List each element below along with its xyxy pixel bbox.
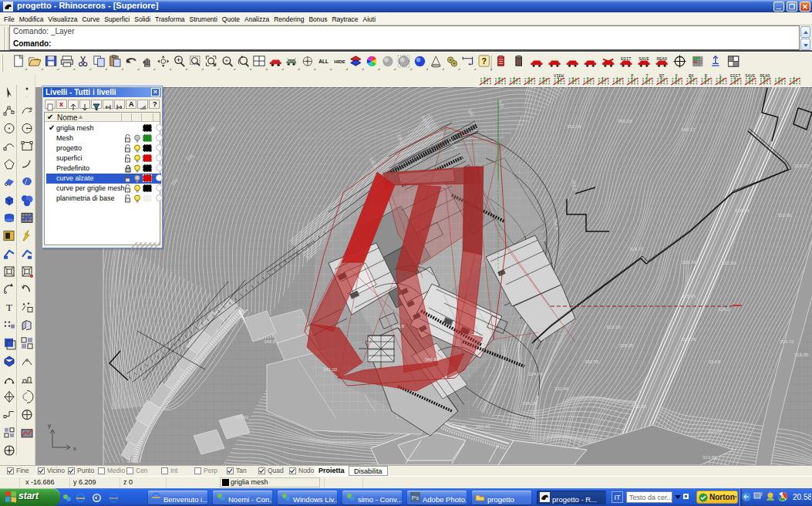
svg-text:.: . [26,93,28,98]
svg-text:349.18: 349.18 [618,119,632,123]
svg-text:SAVE: SAVE [638,56,649,62]
svg-text:330.55: 330.55 [585,359,599,364]
svg-text:326.94: 326.94 [735,208,750,213]
svg-text:ALL: ALL [318,59,329,64]
svg-text:313.68: 313.68 [702,455,717,460]
svg-text:346.35: 346.35 [367,357,382,362]
svg-text:READ: READ [656,56,667,62]
svg-text:322.85: 322.85 [632,404,647,409]
svg-text:324.74: 324.74 [528,372,543,376]
svg-text:P: P [631,74,633,79]
svg-text:341.02: 341.02 [323,367,338,372]
svg-text:322.99: 322.99 [722,261,736,265]
svg-text:346.17: 346.17 [681,127,696,132]
svg-text:EDIT: EDIT [621,56,632,62]
svg-text:318.05: 318.05 [794,353,809,357]
svg-text:325.41: 325.41 [682,294,696,299]
svg-text:329.18: 329.18 [606,325,621,329]
svg-text:T: T [645,74,649,79]
svg-text:332.46: 332.46 [554,386,569,391]
svg-text:328.14: 328.14 [682,260,696,265]
svg-text:READ: READ [760,74,770,79]
svg-text:346.88: 346.88 [425,357,440,362]
svg-text:L: L [719,74,722,79]
svg-text:y: y [48,422,51,429]
svg-text:SAVE: SAVE [745,74,756,79]
svg-text:BK: BK [689,74,694,79]
svg-text:328.26: 328.26 [619,343,634,348]
svg-text:?: ? [482,57,487,66]
svg-text:339.93: 339.93 [234,415,249,420]
svg-text:313.04: 313.04 [708,429,723,433]
svg-text:EDIT: EDIT [730,74,741,79]
svg-text:328.73: 328.73 [629,247,644,251]
svg-text:324.2: 324.2 [718,307,730,312]
svg-text:HIDE: HIDE [334,59,345,64]
svg-text:20.58: 20.58 [793,493,811,501]
svg-text:314.72: 314.72 [780,339,794,344]
svg-text:323.78: 323.78 [682,337,696,342]
svg-text:Ps: Ps [412,494,419,501]
svg-text:310.00: 310.00 [777,213,792,218]
svg-text:352.04: 352.04 [567,124,581,129]
svg-text:314.8: 314.8 [709,359,721,364]
svg-text:x: x [73,445,76,452]
svg-text:334.28: 334.28 [522,401,537,406]
svg-text:346.8: 346.8 [393,324,405,329]
svg-text:348.8: 348.8 [264,339,276,344]
svg-text:BT: BT [659,74,665,79]
svg-text:326.37: 326.37 [794,164,809,168]
svg-text:VIEW: VIEW [554,74,564,79]
svg-text:R: R [705,74,708,79]
svg-text:F: F [676,74,678,79]
svg-text:T: T [6,302,12,313]
svg-text:335.85: 335.85 [452,424,467,429]
svg-text:339.93: 339.93 [476,424,490,429]
